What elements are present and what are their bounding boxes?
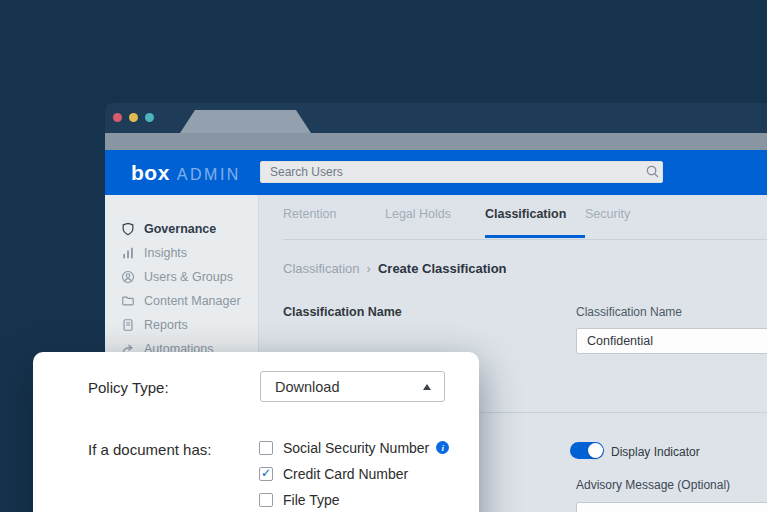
checkbox-row-credit-card-number[interactable]: Credit Card Number bbox=[259, 466, 449, 481]
checkbox-row-social-security-number[interactable]: Social Security Number i bbox=[259, 440, 449, 455]
breadcrumb-parent[interactable]: Classification bbox=[283, 261, 360, 276]
sidebar-item-label: Insights bbox=[144, 246, 187, 260]
classification-name-label: Classification Name bbox=[576, 305, 682, 319]
advisory-message-label: Advisory Message (Optional) bbox=[576, 478, 730, 492]
sidebar-item-label: Reports bbox=[144, 318, 188, 332]
shield-icon bbox=[121, 222, 135, 236]
tab-label: Legal Holds bbox=[385, 207, 451, 221]
bar-chart-icon bbox=[121, 246, 135, 260]
display-indicator-toggle[interactable] bbox=[570, 442, 604, 459]
sidebar-item-label: Governance bbox=[144, 222, 216, 236]
window-minimize-button[interactable] bbox=[129, 113, 138, 122]
checkbox-label: File Type bbox=[283, 492, 340, 508]
classification-name-input[interactable] bbox=[576, 328, 767, 354]
search-icon bbox=[645, 164, 660, 179]
policy-type-label: Policy Type: bbox=[88, 379, 169, 396]
social-security-number-checkbox[interactable] bbox=[259, 441, 273, 455]
tab-bar: Retention Legal Holds Classification Sec… bbox=[283, 195, 767, 240]
sidebar-item-label: Content Manager bbox=[144, 294, 241, 308]
display-indicator-label: Display Indicator bbox=[611, 445, 700, 459]
document-has-label: If a document has: bbox=[88, 441, 211, 458]
tab-label: Retention bbox=[283, 207, 337, 221]
page-background: { "colors": { "brand_blue": "#0061d5", "… bbox=[0, 0, 767, 512]
breadcrumb-current: Create Classification bbox=[378, 261, 507, 276]
tab-label: Classification bbox=[485, 207, 566, 221]
folder-icon bbox=[121, 294, 135, 308]
tab-legal-holds[interactable]: Legal Holds bbox=[385, 207, 486, 221]
search-input[interactable] bbox=[260, 161, 663, 183]
sidebar-item-users-groups[interactable]: Users & Groups bbox=[105, 265, 258, 289]
document-condition-list: Social Security Number i Credit Card Num… bbox=[259, 440, 449, 512]
app-header: box ADMIN bbox=[105, 150, 767, 195]
browser-chrome-bar bbox=[105, 133, 767, 150]
logo-box-text: box bbox=[131, 161, 170, 185]
user-icon bbox=[121, 270, 135, 284]
sidebar-item-content-manager[interactable]: Content Manager bbox=[105, 289, 258, 313]
section-heading: Classification Name bbox=[283, 305, 402, 319]
policy-type-dropdown[interactable]: Download bbox=[260, 371, 445, 402]
sidebar-item-reports[interactable]: Reports bbox=[105, 313, 258, 337]
window-close-button[interactable] bbox=[113, 113, 122, 122]
browser-titlebar bbox=[105, 103, 767, 133]
info-icon[interactable]: i bbox=[436, 441, 449, 454]
sidebar-item-insights[interactable]: Insights bbox=[105, 241, 258, 265]
report-icon bbox=[121, 318, 135, 332]
logo-admin-text: ADMIN bbox=[177, 166, 241, 184]
policy-type-value: Download bbox=[261, 379, 423, 395]
breadcrumb: Classification›Create Classification bbox=[283, 261, 507, 276]
file-type-checkbox[interactable] bbox=[259, 493, 273, 507]
tab-classification[interactable]: Classification bbox=[485, 207, 586, 221]
browser-tab[interactable] bbox=[180, 110, 311, 133]
sidebar-item-label: Users & Groups bbox=[144, 270, 233, 284]
tab-security[interactable]: Security bbox=[585, 207, 686, 221]
breadcrumb-separator: › bbox=[367, 261, 371, 276]
policy-settings-panel: Policy Type: Download If a document has:… bbox=[33, 352, 479, 512]
window-controls bbox=[113, 113, 154, 122]
toggle-knob bbox=[588, 443, 603, 458]
checkbox-label: Social Security Number bbox=[283, 440, 429, 456]
tab-retention[interactable]: Retention bbox=[283, 207, 384, 221]
sidebar-item-governance[interactable]: Governance bbox=[105, 217, 258, 241]
chevron-up-icon bbox=[423, 384, 431, 390]
checkbox-label: Credit Card Number bbox=[283, 466, 408, 482]
credit-card-number-checkbox[interactable] bbox=[259, 467, 273, 481]
advisory-message-input[interactable] bbox=[576, 502, 767, 512]
window-fullscreen-button[interactable] bbox=[145, 113, 154, 122]
checkbox-row-file-type[interactable]: File Type bbox=[259, 492, 449, 507]
box-admin-logo: box ADMIN bbox=[131, 161, 241, 185]
tab-label: Security bbox=[585, 207, 630, 221]
